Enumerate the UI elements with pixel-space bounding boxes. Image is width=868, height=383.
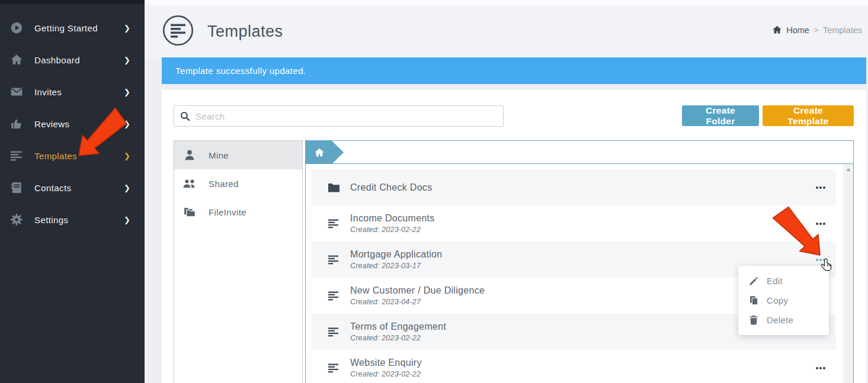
table-row-template[interactable]: Income Documents Created: 2023-02-22 — [312, 205, 836, 242]
sidebar-item-invites[interactable]: Invites ❯ — [0, 76, 145, 108]
tab-mine[interactable]: Mine — [174, 141, 302, 169]
sidebar-item-contacts[interactable]: Contacts ❯ — [0, 172, 145, 204]
gear-icon — [8, 213, 25, 226]
play-circle-icon — [8, 21, 25, 34]
templates-page-icon — [162, 15, 194, 49]
breadcrumb-home-link[interactable]: Home — [772, 25, 809, 35]
main-content: Templates Home > Templates Template succ… — [145, 0, 868, 383]
trash-icon — [748, 315, 759, 325]
list-header — [306, 141, 853, 164]
chevron-right-icon: ❯ — [124, 88, 130, 96]
create-folder-button[interactable]: Create Folder — [682, 105, 759, 126]
chevron-right-icon: ❯ — [124, 120, 130, 128]
search-box — [174, 105, 504, 127]
home-icon — [8, 53, 25, 66]
chevron-right-icon: ❯ — [124, 24, 130, 33]
row-actions-button[interactable] — [815, 363, 827, 373]
envelope-icon — [8, 85, 25, 98]
chevron-right-icon: ❯ — [124, 56, 130, 65]
create-template-button[interactable]: Create Template — [763, 105, 854, 126]
home-icon — [772, 25, 782, 35]
sidebar-item-settings[interactable]: Settings ❯ — [0, 204, 145, 236]
thumbs-up-icon — [8, 117, 25, 130]
table-row-template[interactable]: Website Enquiry Created: 2023-02-22 — [312, 350, 836, 383]
chevron-right-icon: ❯ — [124, 215, 130, 224]
sidebar-item-templates[interactable]: Templates ❯ — [0, 140, 145, 172]
menu-item-copy[interactable]: Copy — [738, 291, 829, 310]
library-tabs-panel: Mine Shared FileInvite — [174, 140, 303, 383]
sidebar-item-reviews[interactable]: Reviews ❯ — [0, 108, 145, 140]
tab-label: Shared — [209, 179, 239, 189]
ellipsis-icon — [816, 223, 818, 225]
template-list-panel: Credit Check Docs Income Documents Creat… — [305, 140, 854, 383]
row-actions-button-active[interactable] — [815, 255, 827, 265]
template-created: Created: 2023-02-22 — [350, 370, 422, 378]
page-title: Templates — [207, 22, 283, 41]
template-created: Created: 2023-02-22 — [350, 334, 446, 342]
menu-item-edit[interactable]: Edit — [738, 271, 829, 291]
sidebar-item-label: Settings — [34, 215, 124, 225]
table-row-folder[interactable]: Credit Check Docs — [312, 169, 836, 205]
search-icon — [180, 111, 190, 121]
folder-name: Credit Check Docs — [350, 182, 432, 193]
address-book-icon — [8, 181, 25, 194]
template-lines-icon — [327, 255, 340, 265]
tab-label: FileInvite — [209, 207, 246, 217]
list-scrollbar[interactable] — [843, 164, 853, 383]
template-created: Created: 2023-04-27 — [350, 298, 485, 306]
tab-fileinvite[interactable]: FileInvite — [174, 198, 302, 226]
template-name: Website Enquiry — [350, 358, 422, 368]
menu-item-label: Delete — [767, 315, 793, 325]
search-input[interactable] — [196, 111, 497, 121]
copy-icon — [748, 295, 759, 305]
tab-label: Mine — [209, 150, 229, 160]
menu-item-label: Copy — [767, 295, 788, 305]
breadcrumb: Home > Templates — [772, 25, 862, 35]
template-lines-icon — [327, 291, 340, 301]
chevron-right-icon: ❯ — [124, 152, 130, 160]
sidebar-item-getting-started[interactable]: Getting Started ❯ — [0, 12, 145, 44]
sidebar: Getting Started ❯ Dashboard ❯ Invites ❯ … — [0, 0, 145, 383]
template-name: Income Documents — [350, 213, 435, 224]
sidebar-item-dashboard[interactable]: Dashboard ❯ — [0, 44, 145, 76]
folders-icon — [182, 205, 197, 218]
success-alert: Template successfully updated. — [162, 57, 866, 84]
template-name: New Customer / Due Diligence — [350, 285, 485, 296]
sidebar-item-label: Contacts — [34, 183, 124, 193]
scroll-up-arrow-icon[interactable] — [846, 168, 851, 171]
sidebar-nav: Getting Started ❯ Dashboard ❯ Invites ❯ … — [0, 4, 145, 236]
template-lines-icon — [327, 219, 340, 228]
menu-item-delete[interactable]: Delete — [738, 310, 829, 330]
top-strip — [145, 0, 868, 5]
chevron-right-icon: ❯ — [124, 184, 130, 192]
page-header: Templates Home > Templates — [145, 5, 868, 57]
template-name: Mortgage Application — [350, 249, 442, 260]
sidebar-item-label: Getting Started — [34, 23, 124, 33]
sidebar-item-label: Reviews — [34, 119, 124, 129]
person-icon — [182, 149, 197, 162]
template-lines-icon — [8, 151, 25, 161]
folder-root-tab[interactable] — [306, 141, 344, 164]
folder-icon — [327, 182, 340, 193]
menu-item-label: Edit — [767, 276, 783, 286]
breadcrumb-current: Templates — [823, 25, 862, 35]
template-name: Terms of Engagement — [350, 321, 446, 332]
ellipsis-icon — [816, 186, 818, 189]
ellipsis-icon — [816, 367, 818, 369]
tab-shared[interactable]: Shared — [174, 169, 302, 198]
ellipsis-icon — [816, 259, 818, 261]
breadcrumb-separator: > — [814, 26, 818, 34]
content-card: Create Folder Create Template Mine Share… — [162, 90, 866, 383]
alert-message: Template successfully updated. — [175, 66, 306, 76]
template-lines-icon — [327, 327, 340, 337]
pencil-icon — [748, 276, 759, 286]
sidebar-top-strip — [0, 0, 145, 4]
home-icon — [314, 147, 325, 158]
sidebar-item-label: Dashboard — [34, 55, 124, 65]
row-actions-button[interactable] — [815, 219, 827, 228]
sidebar-item-label: Templates — [34, 151, 124, 161]
template-lines-icon — [327, 363, 340, 373]
row-actions-button[interactable] — [815, 183, 827, 192]
template-created: Created: 2023-03-17 — [350, 262, 442, 270]
sidebar-item-label: Invites — [34, 87, 124, 97]
